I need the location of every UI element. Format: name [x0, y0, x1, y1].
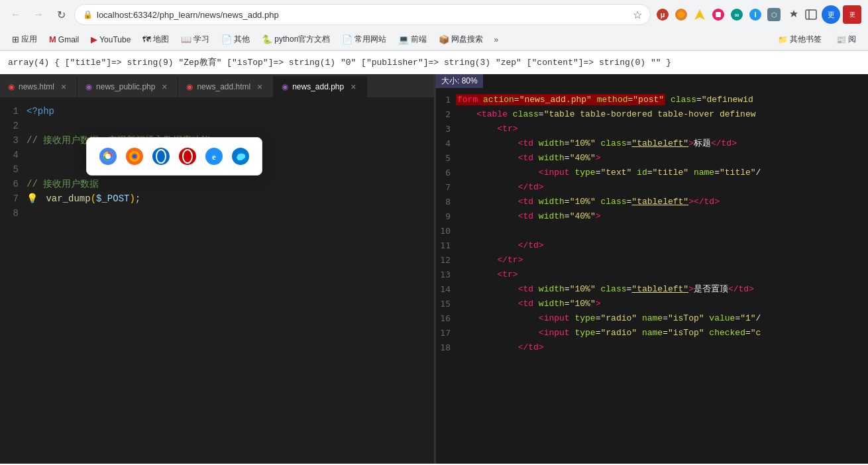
right-code-lines: 1 form action="news_add.php" method="pos… [436, 90, 868, 355]
right-code-line-16: 16 <input type="radio" name="isTop" valu… [436, 311, 868, 326]
ie-icon[interactable]: e [203, 146, 225, 167]
ublock-icon[interactable]: μ [655, 7, 671, 23]
right-code-area: 大小: 80% 1 form action="news_add.php" met… [436, 74, 868, 464]
tab-close-news-add-html[interactable]: × [254, 81, 265, 92]
tab-news-public-php[interactable]: ◉ news_public.php × [78, 76, 178, 97]
line-num-2: 2 [0, 119, 27, 133]
bookmark-youtube-label: YouTube [99, 35, 131, 44]
youtube-icon: ▶ [91, 34, 97, 44]
bookmark-reader[interactable]: 📰 阅 [831, 32, 861, 47]
svg-point-17 [105, 154, 111, 159]
more-button[interactable]: 更 [843, 5, 861, 24]
right-line-num-17: 17 [436, 326, 456, 340]
bookmark-other[interactable]: 📄 其他 [216, 32, 255, 47]
tab-icon-php-2: ◉ [282, 82, 288, 91]
chrome-icon[interactable] [97, 146, 119, 167]
right-line-num-4: 4 [436, 136, 456, 151]
addon-icon-6[interactable]: ⬡ [766, 7, 782, 23]
right-line-content-15: <td width="10%"> [456, 297, 601, 311]
netdisk-icon: 📦 [439, 34, 449, 44]
bookmark-common[interactable]: 📄 常用网站 [337, 32, 392, 47]
line-content-6: // 接收用户数据 [27, 177, 427, 191]
bookmark-netdisk[interactable]: 📦 网盘搜索 [433, 32, 488, 47]
browser-chrome: ← → ↻ 🔒 localhost:63342/php_learn/news/n… [0, 0, 868, 51]
address-bar[interactable]: 🔒 localhost:63342/php_learn/news/news_ad… [74, 4, 651, 25]
line-num-7: 7 [0, 191, 27, 206]
tab-icon-html-2: ◉ [186, 82, 193, 91]
bookmark-python[interactable]: 🐍 python官方文档 [256, 32, 335, 47]
frontend-icon: 💻 [398, 34, 409, 44]
bookmark-apps-label: 应用 [21, 34, 37, 45]
bookmark-gmail[interactable]: M Gmail [44, 32, 84, 46]
right-code-line-18: 18 </td> [436, 340, 868, 355]
right-code-line-4: 4 <td width="10%" class="tableleft">标题</… [436, 136, 868, 151]
right-code-line-9: 9 <td width="40%"> [436, 209, 868, 224]
line-content-8 [27, 206, 427, 221]
right-line-num-1: 1 [436, 93, 456, 107]
addon-icon-2[interactable] [692, 7, 708, 23]
tab-news-add-html[interactable]: ◉ news_add.html × [178, 76, 274, 97]
code-line-7: 7 💡 var_dump($_POST); [0, 191, 434, 206]
svg-text:I: I [754, 11, 756, 19]
other-bookmarks-label: 其他书签 [790, 34, 822, 45]
tab-label-news-add-html: news_add.html [197, 82, 250, 91]
right-line-num-6: 6 [436, 166, 456, 180]
back-button[interactable]: ← [7, 5, 25, 24]
right-line-num-18: 18 [436, 340, 456, 355]
profile-icon[interactable]: 更 [822, 5, 840, 24]
tab-close-news-public-php[interactable]: × [159, 81, 170, 92]
bookmark-python-label: python官方文档 [274, 34, 330, 45]
gmail-icon: M [49, 34, 56, 44]
sidebar-icon[interactable] [803, 7, 819, 23]
tab-news-html[interactable]: ◉ news.html × [0, 76, 78, 97]
addon-icon-4[interactable]: ∞ [729, 7, 745, 23]
right-line-num-13: 13 [436, 268, 456, 282]
more-bookmarks-indicator[interactable]: » [490, 35, 502, 44]
bookmark-maps-label: 地图 [153, 34, 169, 45]
reader-label: 阅 [848, 34, 856, 45]
opera-red-icon[interactable] [177, 146, 198, 167]
bookmark-other-bookmarks[interactable]: 📁 其他书签 [773, 32, 827, 47]
line-content-2 [27, 119, 427, 133]
right-line-num-15: 15 [436, 297, 456, 311]
bookmark-study[interactable]: 📖 学习 [176, 32, 215, 47]
opera-blue-icon[interactable] [150, 146, 172, 167]
edge-icon[interactable] [230, 146, 251, 167]
bookmark-youtube[interactable]: ▶ YouTube [85, 32, 136, 46]
right-line-content-9: <td width="40%"> [456, 209, 601, 224]
study-icon: 📖 [181, 34, 191, 44]
code-line-6: 6 // 接收用户数据 [0, 177, 434, 191]
reload-button[interactable]: ↻ [52, 5, 70, 24]
right-line-content-14: <td width="10%" class="tableleft">是否置顶</… [456, 282, 754, 297]
right-code-line-1: 1 form action="news_add.php" method="pos… [436, 93, 868, 107]
python-icon: 🐍 [262, 34, 272, 44]
right-line-num-5: 5 [436, 151, 456, 166]
right-line-num-2: 2 [436, 107, 456, 122]
bookmark-apps[interactable]: ⊞ 应用 [7, 32, 42, 47]
addon-icon-5[interactable]: I [747, 7, 763, 23]
addon-icon-3[interactable] [710, 7, 726, 23]
right-line-num-11: 11 [436, 238, 456, 253]
svg-text:∞: ∞ [734, 11, 739, 19]
svg-rect-13 [806, 10, 816, 19]
tab-label-news-html: news.html [19, 82, 54, 91]
addon-icon-1[interactable] [673, 7, 689, 23]
lock-icon: 🔒 [83, 10, 93, 19]
tab-news-add-php[interactable]: ◉ news_add.php × [274, 76, 367, 97]
extensions-icon[interactable] [785, 7, 800, 23]
browser-popup: e [86, 137, 262, 176]
tab-close-news-html[interactable]: × [58, 81, 69, 92]
right-line-content-13: <tr> [456, 268, 518, 282]
bookmark-maps[interactable]: 🗺 地图 [137, 32, 174, 47]
tab-label-news-public-php: news_public.php [96, 82, 155, 91]
forward-button[interactable]: → [29, 5, 48, 24]
bookmark-frontend[interactable]: 💻 前端 [393, 32, 432, 47]
bookmark-star-icon[interactable]: ☆ [633, 9, 642, 21]
bookmark-frontend-label: 前端 [411, 34, 427, 45]
right-code-line-2: 2 <table class="table table-bordered tab… [436, 107, 868, 122]
tab-close-news-add-php[interactable]: × [348, 81, 358, 92]
firefox-icon[interactable] [124, 146, 145, 167]
right-line-content-3: <tr> [456, 122, 518, 136]
url-text: localhost:63342/php_learn/news/news_add.… [97, 10, 629, 20]
right-line-num-9: 9 [436, 209, 456, 224]
